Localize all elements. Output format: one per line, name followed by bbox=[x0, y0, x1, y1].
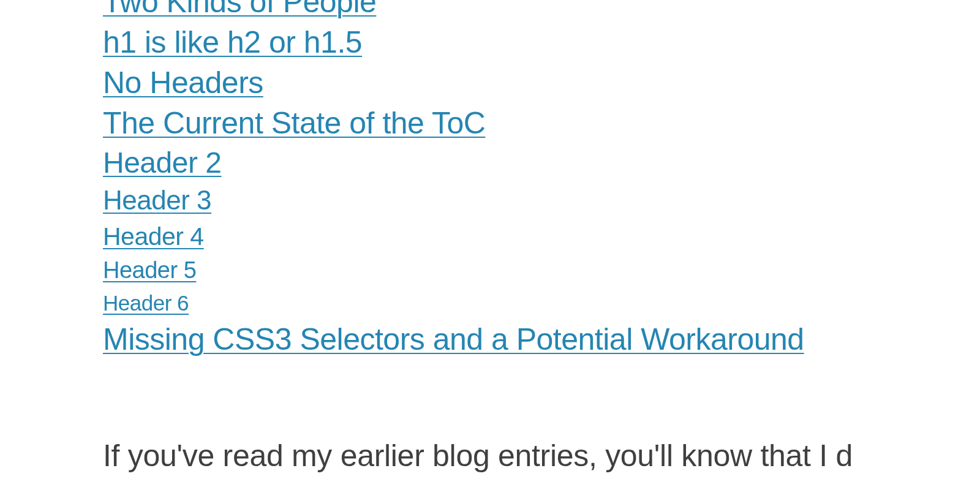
toc-link-header-5[interactable]: Header 5 bbox=[103, 254, 196, 287]
article-body-intro: If you've read my earlier blog entries, … bbox=[103, 438, 853, 473]
table-of-contents: Two Kinds of People h1 is like h2 or h1.… bbox=[103, 0, 853, 360]
toc-link-two-kinds[interactable]: Two Kinds of People bbox=[103, 0, 376, 22]
toc-link-header-3[interactable]: Header 3 bbox=[103, 182, 211, 219]
toc-link-header-6[interactable]: Header 6 bbox=[103, 287, 189, 319]
toc-link-missing-css3[interactable]: Missing CSS3 Selectors and a Potential W… bbox=[103, 319, 804, 360]
toc-link-no-headers[interactable]: No Headers bbox=[103, 62, 263, 103]
toc-link-header-4[interactable]: Header 4 bbox=[103, 219, 204, 254]
toc-link-header-2[interactable]: Header 2 bbox=[103, 143, 221, 182]
toc-link-current-state[interactable]: The Current State of the ToC bbox=[103, 103, 485, 143]
toc-link-h1-like-h2[interactable]: h1 is like h2 or h1.5 bbox=[103, 22, 362, 62]
article-content: Two Kinds of People h1 is like h2 or h1.… bbox=[103, 0, 853, 473]
